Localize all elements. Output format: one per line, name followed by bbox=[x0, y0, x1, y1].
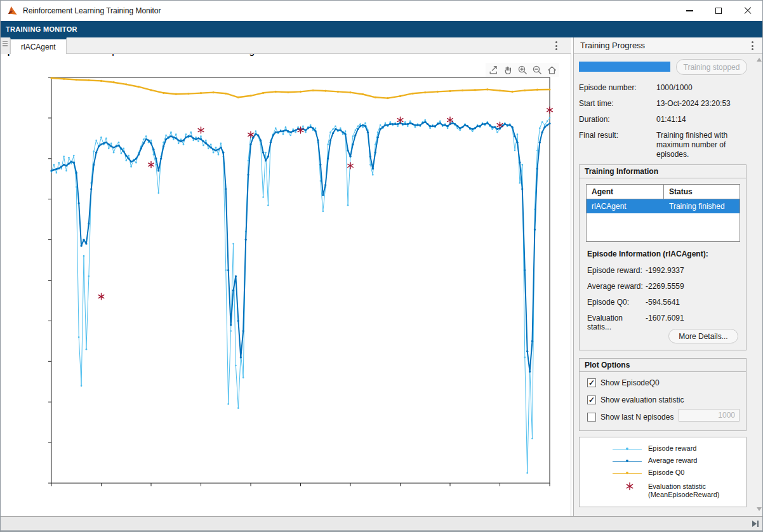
svg-text:Episode Number: Episode Number bbox=[1, 54, 77, 56]
table-header-row: Agent Status bbox=[587, 185, 740, 199]
legend-episode-q0: Episode Q0 bbox=[580, 468, 746, 478]
episode-reward-line-swatch bbox=[613, 449, 642, 449]
agent-status-table: Agent Status rlACAgent Training finished bbox=[586, 184, 740, 242]
horizontal-scrollbar[interactable] bbox=[1, 516, 762, 532]
matlab-logo-icon bbox=[7, 6, 18, 16]
tabstrip-menu-icon[interactable] bbox=[550, 38, 562, 53]
panel-body: Training stopped Episode number: 1000/10… bbox=[574, 54, 755, 516]
average-reward-line-swatch bbox=[613, 461, 642, 462]
restore-view-button[interactable] bbox=[545, 63, 558, 76]
field-value: 13-Oct-2024 23:20:53 bbox=[656, 99, 750, 109]
minimize-icon bbox=[686, 10, 693, 11]
axes-toolbar bbox=[486, 63, 559, 77]
stat-label: Evaluation statis... bbox=[587, 314, 646, 331]
checkbox-unchecked[interactable] bbox=[587, 413, 596, 422]
document-tabstrip: rlACAgent bbox=[1, 37, 571, 54]
zoom-in-button[interactable] bbox=[516, 63, 529, 76]
evaluation-stat: Evaluation statis... -1607.6091 bbox=[587, 314, 684, 331]
ribbon-tab-training-monitor[interactable]: TRAINING MONITOR bbox=[6, 25, 77, 33]
scroll-down-icon[interactable] bbox=[757, 507, 762, 511]
reward-chart[interactable]: 010020030040050060070080090010000-2000-4… bbox=[1, 54, 571, 516]
checkbox-label: Show evaluation statistic bbox=[600, 396, 684, 404]
export-icon bbox=[488, 65, 499, 76]
field-value: 1000/1000 bbox=[656, 83, 750, 93]
training-progress-panel: Training Progress Training stopped Episo… bbox=[573, 37, 763, 516]
panel-grip-icon[interactable] bbox=[1, 37, 10, 54]
table-row[interactable]: rlACAgent Training finished bbox=[587, 199, 740, 213]
scroll-up-icon[interactable] bbox=[757, 58, 762, 62]
pan-button[interactable] bbox=[501, 63, 514, 76]
app-window: Reinforcement Learning Training Monitor … bbox=[0, 0, 763, 532]
table-empty-area bbox=[587, 213, 740, 241]
maximize-icon bbox=[715, 8, 722, 14]
episode-reward-stat: Episode reward: -1992.9337 bbox=[587, 266, 684, 275]
checkbox-label: Show EpisodeQ0 bbox=[600, 378, 660, 387]
field-label: Duration: bbox=[579, 115, 656, 124]
legend-label: Average reward bbox=[648, 456, 697, 465]
stat-label: Episode reward: bbox=[587, 266, 646, 275]
col-header-agent: Agent bbox=[587, 185, 663, 199]
zoom-out-button[interactable] bbox=[531, 63, 543, 76]
training-stopped-button[interactable]: Training stopped bbox=[676, 59, 747, 75]
maximize-button[interactable] bbox=[704, 1, 733, 21]
legend-label: Evaluation statistic (MeanEpisodeReward) bbox=[648, 482, 720, 499]
field-value: 01:41:14 bbox=[656, 115, 750, 124]
training-progress-bar bbox=[579, 62, 670, 72]
tab-label: rlACAgent bbox=[21, 43, 56, 51]
field-label: Start time: bbox=[579, 99, 656, 109]
col-header-status: Status bbox=[663, 185, 740, 199]
legend-label: Episode reward bbox=[648, 444, 696, 453]
episode-info-title: Episode Information (rlACAgent): bbox=[587, 249, 708, 258]
home-icon bbox=[547, 65, 557, 76]
episode-q0-line-swatch bbox=[613, 473, 642, 474]
episode-q0-stat: Episode Q0: -594.5641 bbox=[587, 298, 680, 307]
export-button[interactable] bbox=[487, 63, 500, 76]
show-evaluation-option[interactable]: ✓ Show evaluation statistic bbox=[587, 396, 684, 404]
close-button[interactable] bbox=[733, 1, 762, 21]
titlebar[interactable]: Reinforcement Learning Training Monitor bbox=[1, 1, 762, 21]
tab-rlacagent[interactable]: rlACAgent bbox=[10, 37, 67, 54]
panel-title: Training Progress bbox=[580, 41, 645, 50]
ribbon-bar: TRAINING MONITOR bbox=[1, 21, 762, 37]
field-label: Episode number: bbox=[579, 83, 656, 93]
zoom-in-icon bbox=[517, 65, 528, 76]
scroll-to-end-icon[interactable] bbox=[752, 521, 759, 527]
field-label: Final result: bbox=[579, 131, 656, 159]
stat-label: Average reward: bbox=[587, 282, 646, 291]
legend-evaluation: Evaluation statistic (MeanEpisodeReward) bbox=[580, 482, 746, 500]
checkbox-checked[interactable]: ✓ bbox=[587, 378, 596, 387]
chart-panel: 010020030040050060070080090010000-2000-4… bbox=[1, 54, 571, 516]
group-title: Training Information bbox=[580, 165, 746, 178]
cell-status: Training finished bbox=[663, 199, 740, 213]
progress-fill bbox=[579, 62, 670, 72]
panel-header: Training Progress bbox=[574, 37, 763, 54]
episode-number-row: Episode number: 1000/1000 bbox=[579, 83, 750, 93]
stat-value: -1992.9337 bbox=[646, 266, 684, 275]
group-title: Plot Options bbox=[580, 359, 746, 372]
checkbox-checked[interactable]: ✓ bbox=[587, 396, 596, 404]
show-episodeq0-option[interactable]: ✓ Show EpisodeQ0 bbox=[587, 378, 660, 387]
start-time-row: Start time: 13-Oct-2024 23:20:53 bbox=[579, 99, 750, 109]
panel-menu-icon[interactable] bbox=[746, 38, 759, 53]
cell-agent: rlACAgent bbox=[587, 199, 663, 213]
last-n-episodes-input[interactable] bbox=[679, 409, 740, 422]
checkbox-label: Show last N episodes bbox=[600, 413, 673, 422]
more-details-button[interactable]: More Details... bbox=[668, 329, 738, 343]
stat-label: Episode Q0: bbox=[587, 298, 646, 307]
stat-value: -2269.5559 bbox=[646, 282, 684, 291]
legend-average-reward: Average reward bbox=[580, 456, 746, 466]
chart-legend: Episode reward Average reward Episode Q0 bbox=[579, 437, 746, 507]
plot-options-group: Plot Options ✓ Show EpisodeQ0 ✓ Show eva… bbox=[579, 358, 746, 431]
field-value: Training finished with maximum number of… bbox=[656, 131, 746, 159]
legend-label: Episode Q0 bbox=[648, 469, 684, 477]
show-last-n-option[interactable]: Show last N episodes bbox=[587, 413, 673, 422]
vertical-scrollbar[interactable] bbox=[755, 54, 763, 516]
minimize-button[interactable] bbox=[675, 1, 704, 21]
training-information-group: Training Information Agent Status rlACAg… bbox=[579, 164, 746, 350]
stat-value: -594.5641 bbox=[646, 298, 680, 307]
final-result-row: Final result: Training finished with max… bbox=[579, 131, 746, 159]
legend-episode-reward: Episode reward bbox=[580, 444, 746, 454]
average-reward-stat: Average reward: -2269.5559 bbox=[587, 282, 684, 291]
duration-row: Duration: 01:41:14 bbox=[579, 115, 750, 124]
evaluation-asterisk-icon bbox=[625, 482, 634, 491]
